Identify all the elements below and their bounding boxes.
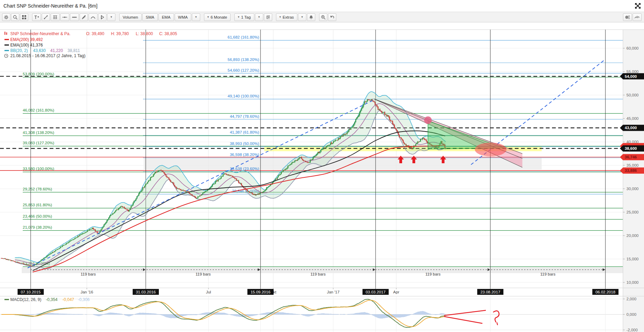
macd-histogram-bar	[441, 313, 442, 314]
candle-body	[162, 170, 162, 171]
macd-histogram-bar	[429, 314, 430, 314]
candle-body	[228, 175, 229, 176]
candle-body	[225, 174, 225, 174]
wma-button[interactable]: WMA	[175, 13, 191, 21]
candle-body	[382, 113, 383, 113]
settings-button[interactable]	[2, 13, 10, 21]
candle-body	[89, 229, 90, 230]
candle-body	[374, 101, 375, 102]
marker-tool-button[interactable]	[98, 13, 106, 21]
macd-histogram-bar	[96, 314, 96, 315]
candle-body	[5, 258, 6, 259]
candle-body	[79, 236, 79, 236]
candle-body	[115, 210, 116, 212]
interval-more-button[interactable]: ▾	[255, 13, 263, 21]
alert-bell-button[interactable]	[307, 13, 315, 21]
macd-histogram-bar	[330, 314, 331, 314]
macd-histogram-bar	[431, 314, 432, 314]
layout-grid-button[interactable]	[20, 13, 28, 21]
candle-body	[234, 178, 235, 178]
macd-histogram-bar	[426, 312, 427, 314]
horizontal-ray-tool-button[interactable]	[70, 13, 79, 21]
more-indicators-button[interactable]: ▾	[192, 13, 200, 21]
line-chart-mode-button[interactable]	[633, 13, 642, 21]
ema-button[interactable]: EMA	[159, 13, 174, 21]
candle-body	[425, 139, 426, 140]
macd-histogram-bar	[350, 314, 351, 314]
candle-body	[307, 162, 308, 163]
candle-body	[180, 189, 181, 190]
macd-histogram-bar	[106, 313, 107, 314]
candle-body	[394, 125, 395, 128]
y-axis-tick-label: 55,000	[626, 70, 638, 74]
extras-dropdown[interactable]: ▾Extras	[276, 13, 297, 21]
freehand-tool-button[interactable]	[80, 13, 88, 21]
candle-body	[157, 172, 157, 172]
candle-body	[308, 162, 309, 163]
candle-body	[43, 259, 43, 259]
macd-histogram-bar	[237, 314, 238, 316]
macd-histogram-bar	[149, 313, 150, 314]
candle-body	[30, 266, 31, 266]
macd-histogram-bar	[319, 314, 320, 314]
candle-body	[390, 120, 391, 121]
macd-histogram-bar	[367, 313, 368, 314]
candle-body	[171, 181, 171, 182]
bubble-chart-button[interactable]	[623, 13, 632, 21]
candle-body	[258, 194, 258, 195]
macd-histogram-bar	[265, 313, 266, 314]
candle-body	[288, 165, 289, 166]
candle-body	[110, 215, 111, 216]
extras-more-button[interactable]: ▾	[298, 13, 306, 21]
y-axis-tick-label: 15,000	[626, 257, 638, 261]
sma-button[interactable]: SMA	[142, 13, 158, 21]
undo-button[interactable]	[328, 13, 336, 21]
macd-histogram-bar	[190, 314, 191, 315]
macd-histogram-bar	[131, 314, 131, 316]
candle-body	[339, 138, 340, 139]
trendline-tool-button[interactable]	[42, 13, 50, 21]
macd-histogram-bar	[110, 313, 111, 314]
svg-text:38,811: 38,811	[68, 48, 80, 53]
candle-body	[286, 169, 286, 169]
period-dropdown[interactable]: ▾6 Monate	[204, 13, 231, 21]
text-tool-button[interactable]	[32, 13, 41, 21]
maximize-icon[interactable]	[634, 2, 641, 9]
candle-body	[343, 135, 344, 137]
interval-dropdown[interactable]: ▾1 Tag	[234, 13, 254, 21]
macd-histogram-bar	[188, 314, 188, 315]
macd-histogram-bar	[224, 313, 224, 314]
more-drawing-tools-button[interactable]: ▾	[107, 13, 115, 21]
search-button[interactable]	[11, 13, 19, 21]
macd-histogram-bar	[113, 313, 114, 314]
macd-histogram-bar	[221, 313, 222, 314]
chart-style-button[interactable]	[264, 13, 272, 21]
macd-histogram-bar	[333, 314, 334, 314]
candle-body	[233, 177, 234, 178]
candle-body	[255, 194, 255, 195]
volume-button[interactable]: Volumen	[119, 13, 142, 21]
zoom-in-button[interactable]	[319, 13, 327, 21]
horizontal-line-tool-button[interactable]	[60, 13, 69, 21]
macd-histogram-bar	[370, 314, 371, 314]
macd-histogram-bar	[312, 314, 313, 315]
macd-histogram-bar	[136, 313, 137, 314]
candle-body	[366, 102, 367, 102]
fib-retracement-tool-button[interactable]	[51, 13, 60, 21]
price-chart-canvas[interactable]: 53,809 (200.00%)46,082 (161.80%)41,308 (…	[0, 0, 644, 332]
macd-histogram-bar	[350, 314, 350, 314]
macd-histogram-bar	[256, 314, 256, 315]
candle-body	[420, 139, 421, 142]
macd-histogram-bar	[434, 314, 435, 315]
candle-body	[1, 258, 2, 258]
arc-tool-button[interactable]	[89, 13, 98, 21]
candle-body	[263, 191, 264, 192]
macd-histogram-bar	[171, 314, 172, 318]
candle-body	[181, 190, 182, 191]
candle-body	[9, 260, 9, 260]
price-level-badge-text: 54,000	[625, 74, 637, 79]
macd-histogram-bar	[166, 314, 167, 317]
candle-body	[289, 165, 290, 165]
bb-legend: BB(20, 2)	[10, 48, 28, 53]
macd-histogram-bar	[306, 314, 307, 316]
